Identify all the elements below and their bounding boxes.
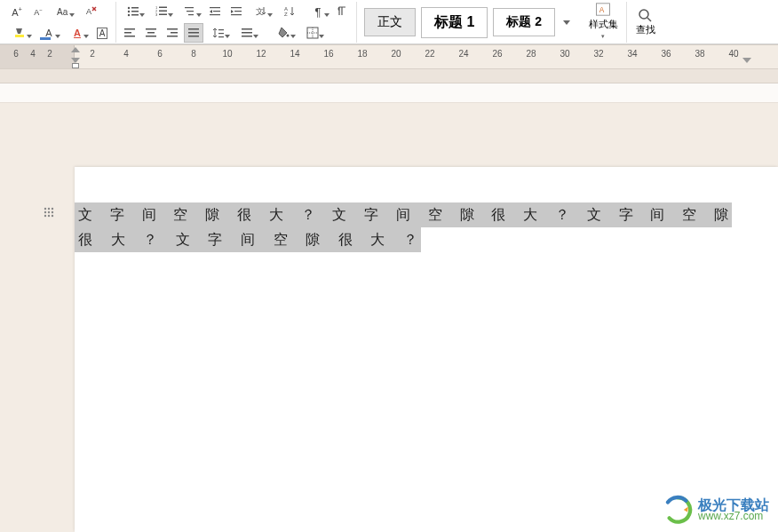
sort-button[interactable]: AZ [276, 2, 303, 21]
svg-rect-16 [187, 11, 194, 12]
svg-rect-42 [242, 28, 252, 30]
ruler-tick: 38 [695, 49, 704, 59]
styles-more-button[interactable] [560, 8, 573, 36]
line-spacing-button[interactable] [205, 23, 232, 43]
ruler-tick: 8 [191, 49, 196, 59]
svg-rect-39 [218, 29, 224, 30]
svg-rect-43 [242, 32, 252, 34]
selected-text-line1[interactable]: 文字间空隙很大？文字间空隙很大？文字间空隙 [75, 202, 732, 227]
right-indent-marker[interactable] [742, 58, 751, 65]
svg-rect-20 [210, 14, 220, 15]
svg-point-59 [44, 215, 46, 217]
text-direction-button[interactable]: 文 [248, 2, 274, 21]
selected-text-line2[interactable]: 很大？文字间空隙很大？ [75, 227, 421, 252]
svg-rect-27 [124, 28, 135, 30]
ruler-tick: 12 [256, 49, 266, 59]
char-border-button[interactable]: A [92, 23, 112, 43]
document-text[interactable]: 文字间空隙很大？文字间空隙很大？文字间空隙 很大？文字间空隙很大？ [75, 202, 746, 252]
svg-rect-8 [131, 14, 139, 16]
svg-point-51 [639, 10, 648, 19]
svg-rect-44 [242, 36, 252, 37]
increase-indent-button[interactable] [226, 2, 246, 21]
page-background: 文字间空隙很大？文字间空隙很大？文字间空隙 很大？文字间空隙很大？ [0, 69, 778, 532]
paragraph-marks-button[interactable] [333, 2, 353, 21]
style-heading2[interactable]: 标题 2 [493, 8, 555, 36]
table-move-handle-icon[interactable] [43, 206, 57, 220]
ruler-tick: 6 [13, 49, 19, 59]
svg-rect-33 [167, 28, 178, 30]
svg-text:Aa: Aa [57, 7, 68, 17]
paragraph-group: 123 文 AZ ¶ [116, 2, 357, 43]
multilevel-list-button[interactable] [177, 2, 203, 21]
change-case-button[interactable]: Aa [50, 2, 76, 21]
svg-rect-19 [213, 11, 220, 12]
ruler-tick: 2 [90, 49, 95, 59]
watermark: 极光下载站 www.xz7.com [663, 495, 769, 525]
ruler-tick: 6 [157, 49, 163, 59]
ruler-tick: 10 [222, 49, 232, 59]
svg-text:3: 3 [155, 12, 158, 17]
decrease-font-button[interactable]: A− [28, 2, 48, 21]
svg-point-58 [52, 211, 53, 213]
ruler-left-margin [0, 45, 75, 68]
svg-rect-17 [188, 14, 194, 15]
align-right-button[interactable] [163, 23, 182, 43]
svg-rect-12 [159, 11, 167, 12]
svg-rect-22 [234, 11, 242, 12]
svg-point-3 [128, 7, 130, 9]
svg-rect-41 [218, 36, 224, 37]
find-button[interactable]: 查找 [631, 2, 661, 41]
svg-rect-10 [159, 7, 167, 9]
svg-text:Z: Z [284, 12, 288, 17]
ruler-tick: 24 [458, 49, 468, 59]
font-group: A+ A− Aa A A A [4, 2, 116, 43]
svg-point-5 [128, 11, 130, 12]
first-line-indent-marker[interactable] [71, 46, 80, 53]
svg-point-7 [128, 14, 130, 16]
page-separator [0, 69, 778, 83]
svg-rect-4 [131, 7, 139, 9]
borders-button[interactable] [299, 23, 326, 43]
align-center-button[interactable] [141, 23, 161, 43]
ruler-tick: 34 [627, 49, 637, 59]
ruler-tick: 16 [323, 49, 333, 59]
ruler-tick: 40 [728, 49, 738, 59]
align-left-button[interactable] [120, 23, 139, 43]
styles-group: 正文 标题 1 标题 2 [357, 2, 580, 43]
ribbon: A+ A− Aa A A A [0, 0, 778, 44]
ruler[interactable]: 642246810121416182022242628303234363840 [0, 44, 778, 69]
styleset-button[interactable]: A 样式集 ▾ [584, 2, 623, 41]
style-normal[interactable]: 正文 [364, 8, 416, 36]
bullets-button[interactable] [120, 2, 147, 21]
char-underline-color-button[interactable]: A [64, 23, 91, 43]
ruler-tick: 28 [526, 49, 536, 59]
highlight-button[interactable] [7, 23, 34, 43]
svg-point-55 [52, 208, 53, 210]
svg-rect-2 [15, 35, 24, 37]
svg-rect-34 [171, 32, 178, 34]
ruler-tick: 32 [593, 49, 603, 59]
svg-rect-30 [146, 28, 156, 30]
ruler-tick: 18 [357, 49, 367, 59]
left-indent-marker[interactable] [71, 58, 80, 65]
svg-text:文: 文 [256, 7, 264, 16]
increase-font-button[interactable]: A+ [7, 2, 27, 21]
svg-rect-15 [185, 7, 194, 8]
decrease-indent-button[interactable] [205, 2, 225, 21]
font-color-button[interactable]: A [36, 23, 62, 43]
shading-button[interactable] [271, 23, 298, 43]
ruler-tick: 26 [492, 49, 502, 59]
numbering-button[interactable]: 123 [148, 2, 175, 21]
justify-button[interactable] [184, 23, 203, 43]
styleset-label: 样式集 [589, 18, 618, 31]
clear-formatting-button[interactable]: A [78, 2, 105, 21]
style-heading1[interactable]: 标题 1 [421, 7, 488, 38]
document-page[interactable]: 文字间空隙很大？文字间空隙很大？文字间空隙 很大？文字间空隙很大？ [75, 167, 778, 532]
svg-point-53 [44, 208, 46, 210]
svg-rect-29 [124, 36, 135, 37]
distributed-button[interactable] [234, 23, 260, 43]
show-marks-button[interactable]: ¶ [305, 2, 331, 21]
watermark-logo-icon [663, 495, 693, 525]
svg-point-45 [287, 35, 290, 37]
svg-rect-40 [218, 33, 224, 34]
